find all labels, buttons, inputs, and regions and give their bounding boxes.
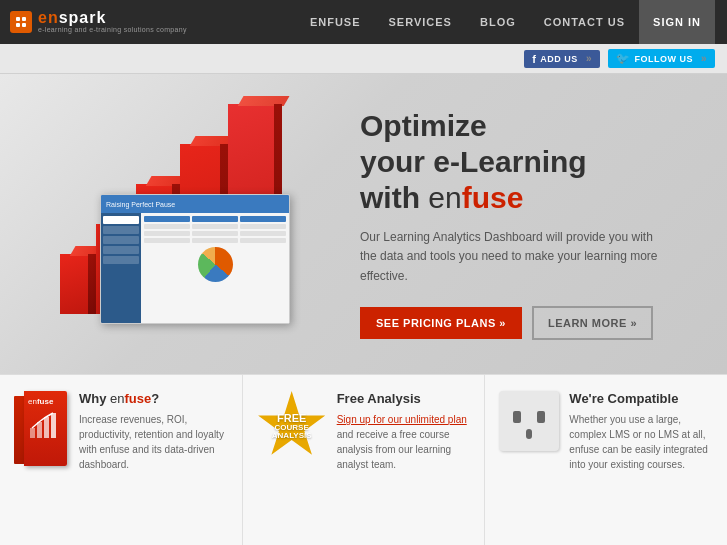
title-en: en	[110, 391, 124, 406]
features-section: enfuse Why enfuse? Increase revenues, RO…	[0, 374, 727, 545]
navbar: enspark e-learning and e-training soluti…	[0, 0, 727, 44]
twitter-icon: 🐦	[616, 52, 631, 65]
sidebar-item-3	[103, 236, 139, 244]
nav-links: ENFUSE SERVICES BLOG CONTACT US SIGN IN	[296, 0, 715, 44]
screen-body	[101, 213, 289, 323]
compatible-text: We're Compatible Whether you use a large…	[569, 391, 713, 472]
chart-container: Raising Perfect Pause	[20, 94, 340, 354]
sidebar-item-4	[103, 246, 139, 254]
nav-blog[interactable]: BLOG	[466, 0, 530, 44]
pricing-button[interactable]: SEE PRICING PLANS »	[360, 307, 522, 339]
compatible-desc: Whether you use a large, complex LMS or …	[569, 412, 713, 472]
hero-title-line2: your e-Learning	[360, 145, 587, 178]
book-logo-fuse: fuse	[37, 397, 53, 406]
book-logo: enfuse	[28, 397, 63, 406]
outlet-ground	[526, 429, 532, 439]
nav-signin[interactable]: SIGN IN	[639, 0, 715, 44]
outlet-hole-left	[513, 411, 521, 423]
svg-rect-7	[51, 413, 56, 438]
logo-main: enspark	[38, 10, 187, 26]
title-suffix: ?	[151, 391, 159, 406]
svg-rect-1	[22, 17, 26, 21]
nav-services[interactable]: SERVICES	[375, 0, 466, 44]
badge-analysis-label: ANALYSIS	[272, 432, 312, 440]
free-analysis-title: Free Analysis	[337, 391, 471, 406]
why-enfuse-desc: Increase revenues, ROI, productivity, re…	[79, 412, 228, 472]
facebook-icon: f	[532, 53, 536, 65]
why-enfuse-title: Why enfuse?	[79, 391, 228, 406]
badge-container: FREE COURSE ANALYSIS	[257, 391, 327, 461]
compatible-title: We're Compatible	[569, 391, 713, 406]
outlet-hole-right	[537, 411, 545, 423]
follow-us-label: FOLLOW US	[634, 54, 693, 64]
hero-visual: Raising Perfect Pause	[0, 74, 360, 374]
nav-enfuse[interactable]: ENFUSE	[296, 0, 375, 44]
book-cover: enfuse	[24, 391, 67, 466]
screen-header: Raising Perfect Pause	[101, 195, 289, 213]
nav-contact[interactable]: CONTACT US	[530, 0, 639, 44]
sidebar-item-5	[103, 256, 139, 264]
hero-buttons: SEE PRICING PLANS » LEARN MORE »	[360, 306, 697, 340]
hero-title-line1: Optimize	[360, 109, 487, 142]
book-chart-icon	[28, 410, 63, 440]
free-analysis-text: Free Analysis Sign up for our unlimited …	[337, 391, 471, 472]
learn-more-button[interactable]: LEARN MORE »	[532, 306, 653, 340]
hero-description: Our Learning Analytics Dashboard will pr…	[360, 228, 660, 286]
hero-content: Optimize your e-Learning with enfuse Our…	[360, 88, 727, 360]
chevron-right-icon: »	[586, 53, 592, 64]
screen-sidebar	[101, 213, 141, 323]
brand-fuse: fuse	[462, 181, 524, 214]
free-analysis-desc: Sign up for our unlimited plan and recei…	[337, 412, 471, 472]
twitter-follow-button[interactable]: 🐦 FOLLOW US »	[608, 49, 715, 68]
logo-sub: e-learning and e-training solutions comp…	[38, 26, 187, 34]
book-mockup: enfuse	[14, 391, 69, 466]
signup-link[interactable]: Sign up for our unlimited plan	[337, 414, 467, 425]
screen-main	[141, 213, 289, 323]
add-us-label: ADD US	[540, 54, 578, 64]
bar-1	[60, 254, 88, 314]
why-enfuse-text: Why enfuse? Increase revenues, ROI, prod…	[79, 391, 228, 472]
logo-icon	[10, 11, 32, 33]
why-prefix: Why	[79, 391, 110, 406]
svg-rect-5	[37, 422, 42, 438]
sidebar-item-2	[103, 226, 139, 234]
screen-title: Raising Perfect Pause	[106, 201, 175, 208]
feature-compatible: We're Compatible Whether you use a large…	[485, 375, 727, 545]
hero-title: Optimize your e-Learning with enfuse	[360, 108, 697, 216]
feature-free-analysis: FREE COURSE ANALYSIS Free Analysis Sign …	[243, 375, 486, 545]
outlet-mockup	[499, 391, 559, 451]
screen-pie-chart	[198, 247, 233, 282]
feature-why-enfuse: enfuse Why enfuse? Increase revenues, RO…	[0, 375, 243, 545]
hero-section: Raising Perfect Pause	[0, 74, 727, 374]
screen-mockup: Raising Perfect Pause	[100, 194, 290, 324]
brand-en: en	[428, 181, 461, 214]
free-analysis-suffix: and receive a free course analysis from …	[337, 429, 452, 470]
chevron-right-icon: »	[701, 53, 707, 64]
svg-rect-4	[30, 428, 35, 438]
logo: enspark e-learning and e-training soluti…	[10, 10, 187, 34]
svg-rect-2	[16, 23, 20, 27]
book-cover-text: enfuse	[24, 391, 67, 454]
book-logo-en: en	[28, 397, 37, 406]
svg-rect-3	[22, 23, 26, 27]
svg-rect-6	[44, 417, 49, 438]
hero-title-line3-prefix: with	[360, 181, 428, 214]
screen-table	[144, 216, 286, 243]
badge-text: FREE COURSE ANALYSIS	[272, 413, 312, 440]
logo-text: enspark e-learning and e-training soluti…	[38, 10, 187, 34]
social-bar: f ADD US » 🐦 FOLLOW US »	[0, 44, 727, 74]
svg-rect-0	[16, 17, 20, 21]
sidebar-item-1	[103, 216, 139, 224]
facebook-add-button[interactable]: f ADD US »	[524, 50, 600, 68]
title-fuse: fuse	[125, 391, 152, 406]
